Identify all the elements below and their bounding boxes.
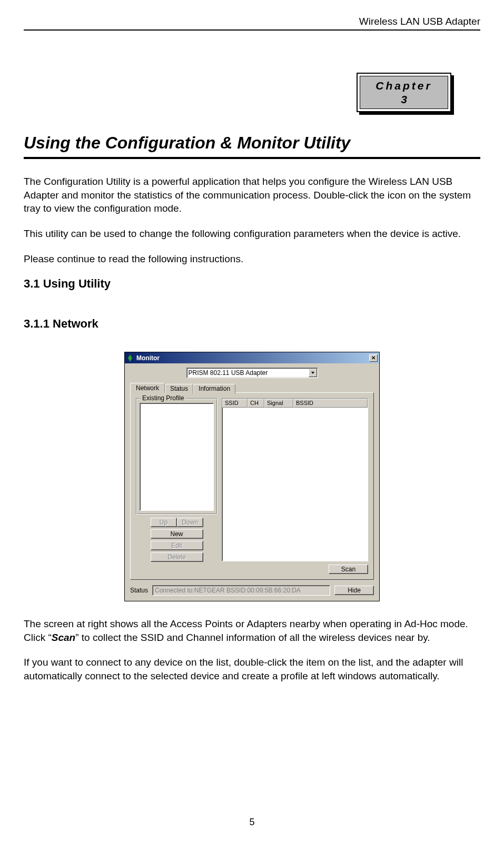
tab-bar: Network Status Information — [130, 383, 374, 393]
tab-panel-network: Existing Profile Up Down New Edit Delete — [130, 392, 374, 580]
column-headers: SSID CH Signal BSSID — [222, 399, 368, 408]
adapter-select[interactable]: PRISM 802.11 USB Adapter — [186, 368, 318, 378]
paragraph-2: This utility can be used to change the f… — [24, 227, 480, 241]
paragraph-4: The screen at right shows all the Access… — [24, 617, 480, 644]
page-header: Wireless LAN USB Adapter — [24, 16, 480, 31]
window-title: Monitor — [136, 354, 160, 362]
column-ssid[interactable]: SSID — [222, 399, 248, 408]
chapter-number: 3 — [401, 93, 407, 106]
chapter-label: Chapter — [375, 79, 432, 92]
adapter-select-value: PRISM 802.11 USB Adapter — [187, 369, 308, 377]
existing-profile-group: Existing Profile — [136, 398, 218, 515]
title-rule — [24, 157, 480, 159]
status-label: Status — [130, 587, 148, 594]
existing-profile-label: Existing Profile — [141, 394, 185, 402]
column-bssid[interactable]: BSSID — [293, 399, 368, 408]
profile-listbox[interactable] — [140, 403, 214, 511]
chapter-badge-wrap: Chapter 3 — [24, 73, 480, 112]
delete-button[interactable]: Delete — [151, 552, 203, 562]
column-ch[interactable]: CH — [248, 399, 264, 408]
paragraph-1: The Configuration Utility is a powerful … — [24, 175, 480, 215]
titlebar[interactable]: Monitor ✕ — [125, 352, 379, 363]
tab-status[interactable]: Status — [165, 384, 193, 394]
tab-information[interactable]: Information — [193, 384, 235, 394]
paragraph-3: Please continue to read the following in… — [24, 252, 480, 266]
monitor-window: Monitor ✕ PRISM 802.11 USB Adapter Netwo… — [124, 352, 380, 601]
tab-network[interactable]: Network — [130, 383, 165, 393]
close-icon[interactable]: ✕ — [369, 354, 378, 362]
page-title: Using the Configuration & Monitor Utilit… — [24, 133, 480, 153]
chapter-badge: Chapter 3 — [357, 73, 451, 112]
section-heading-3-1: 3.1 Using Utility — [24, 277, 480, 291]
new-button[interactable]: New — [151, 529, 203, 539]
hide-button[interactable]: Hide — [334, 586, 374, 595]
down-button[interactable]: Down — [177, 518, 203, 527]
section-heading-3-1-1: 3.1.1 Network — [24, 317, 480, 331]
up-button[interactable]: Up — [151, 518, 177, 527]
scan-button[interactable]: Scan — [329, 565, 368, 574]
chevron-down-icon[interactable] — [309, 369, 317, 377]
status-field: Connected to:NETGEAR BSSID:00:09:5B:66:2… — [152, 585, 330, 596]
scan-results-list[interactable]: SSID CH Signal BSSID — [222, 398, 368, 561]
app-icon — [126, 354, 134, 362]
scan-emphasis: Scan — [52, 632, 75, 643]
paragraph-5: If you want to connect to any device on … — [24, 656, 480, 682]
column-signal[interactable]: Signal — [264, 399, 293, 408]
edit-button[interactable]: Edit — [151, 541, 203, 550]
page-number: 5 — [0, 817, 504, 828]
